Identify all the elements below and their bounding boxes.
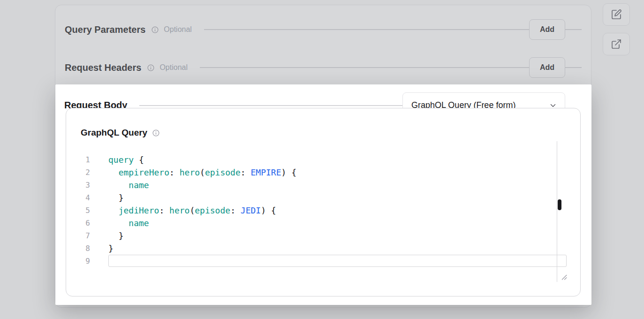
line-number: 3 (66, 179, 90, 191)
code-line[interactable]: 6 name (66, 217, 566, 229)
line-number: 6 (66, 217, 90, 229)
code-line[interactable]: 7 } (66, 229, 566, 242)
code-line[interactable]: 8} (66, 242, 566, 255)
line-number: 4 (66, 191, 90, 204)
code-text: } (90, 191, 124, 204)
resize-handle-icon[interactable] (561, 273, 567, 280)
code-text: name (90, 179, 149, 191)
graphql-query-card: GraphQL Query 1query {2 empireHero: hero… (66, 108, 581, 296)
code-lines: 1query {2 empireHero: hero(episode: EMPI… (66, 153, 566, 267)
code-text: name (90, 217, 149, 229)
divider (139, 105, 402, 106)
code-text: jediHero: hero(episode: JEDI) { (90, 204, 276, 217)
scrollbar-track (557, 141, 557, 282)
scrollbar-thumb[interactable] (558, 199, 561, 210)
code-line[interactable]: 4 } (66, 191, 566, 204)
code-text (90, 255, 108, 267)
line-number: 1 (66, 153, 90, 166)
code-line[interactable]: 5 jediHero: hero(episode: JEDI) { (66, 204, 566, 217)
code-text: empireHero: hero(episode: EMPIRE) { (90, 166, 296, 179)
line-number: 5 (66, 204, 90, 217)
editor-label: GraphQL Query (81, 128, 147, 138)
graphql-query-editor[interactable]: 1query {2 empireHero: hero(episode: EMPI… (66, 153, 566, 267)
line-number: 7 (66, 229, 90, 242)
code-line[interactable]: 2 empireHero: hero(episode: EMPIRE) { (66, 166, 566, 179)
page-background: Query Parameters Optional Add Request He… (0, 0, 644, 319)
line-number: 8 (66, 242, 90, 255)
code-line[interactable]: 3 name (66, 179, 566, 191)
editor-label-row: GraphQL Query (81, 126, 160, 139)
line-number: 9 (66, 255, 90, 267)
code-line[interactable]: 1query { (66, 153, 566, 166)
active-line-box[interactable] (108, 255, 567, 267)
code-text: } (90, 242, 114, 255)
info-icon (152, 129, 160, 137)
code-text: } (90, 229, 124, 242)
request-body-modal: Request Body GraphQL Query (Free form) G… (55, 84, 591, 305)
line-number: 2 (66, 166, 90, 179)
code-text: query { (90, 153, 144, 166)
